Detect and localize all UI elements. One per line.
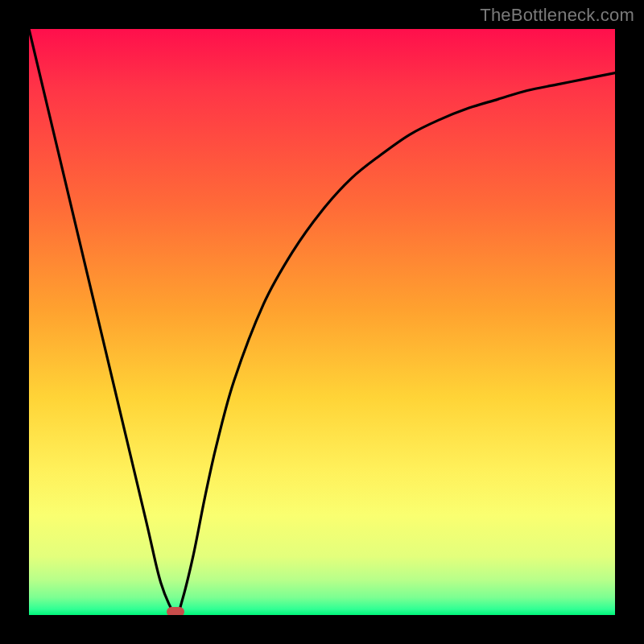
curve-line [29,29,615,615]
optimal-point-marker [167,607,184,615]
watermark-text: TheBottleneck.com [480,5,634,26]
bottleneck-curve [29,29,615,615]
chart-frame: TheBottleneck.com [0,0,644,644]
plot-area [29,29,615,615]
